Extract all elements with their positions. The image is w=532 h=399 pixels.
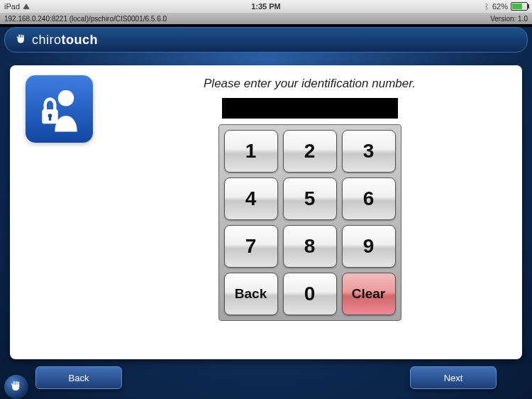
bluetooth-icon: ᛒ xyxy=(484,2,489,11)
hand-icon xyxy=(15,33,28,46)
key-6[interactable]: 6 xyxy=(342,177,396,220)
key-2[interactable]: 2 xyxy=(283,130,337,173)
title-bar: chirotouch xyxy=(4,27,528,53)
key-3[interactable]: 3 xyxy=(342,130,396,173)
device-label: iPad xyxy=(4,2,20,11)
key-clear[interactable]: Clear xyxy=(342,273,396,315)
prompt-text: Please enter your identification number. xyxy=(204,77,416,91)
key-8[interactable]: 8 xyxy=(283,225,337,268)
keypad-area: Please enter your identification number.… xyxy=(110,75,509,349)
key-7[interactable]: 7 xyxy=(224,225,278,268)
key-4[interactable]: 4 xyxy=(224,177,278,220)
battery-percent: 62% xyxy=(492,2,508,11)
next-button[interactable]: Next xyxy=(410,366,497,389)
connection-label: 192.168.0.240:8221 (local)/pschiro/CIS00… xyxy=(4,15,167,23)
main-card: Please enter your identification number.… xyxy=(10,65,522,359)
svg-rect-3 xyxy=(48,116,50,121)
key-back[interactable]: Back xyxy=(224,273,278,315)
keypad: 1 2 3 4 5 6 7 8 9 Back 0 Clear xyxy=(218,124,401,321)
svg-point-0 xyxy=(57,90,74,106)
key-9[interactable]: 9 xyxy=(342,225,396,268)
brand-logo: chirotouch xyxy=(32,33,98,48)
app-frame: chirotouch Please enter your identificat… xyxy=(0,27,532,399)
status-bar: iPad 1:35 PM ᛒ 62% xyxy=(0,0,532,13)
key-1[interactable]: 1 xyxy=(224,130,278,173)
home-hand-button[interactable] xyxy=(4,375,28,399)
info-bar: 192.168.0.240:8221 (local)/pschiro/CIS00… xyxy=(0,13,532,24)
clock: 1:35 PM xyxy=(251,2,281,11)
id-display xyxy=(222,98,398,119)
battery-icon xyxy=(511,2,528,11)
key-0[interactable]: 0 xyxy=(283,273,337,315)
lock-person-icon xyxy=(26,75,93,143)
wifi-icon xyxy=(23,4,30,9)
back-button[interactable]: Back xyxy=(35,366,122,389)
version-label: Version: 1.0 xyxy=(490,15,528,23)
key-5[interactable]: 5 xyxy=(283,177,337,220)
